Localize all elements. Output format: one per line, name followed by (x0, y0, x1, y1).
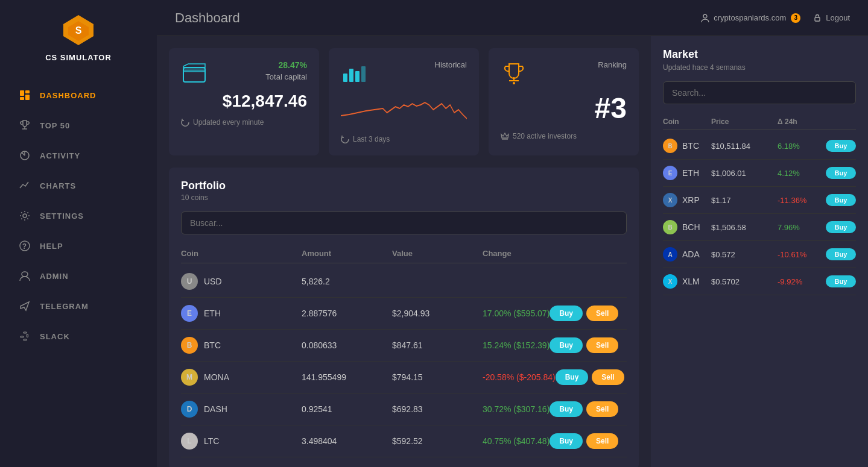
coin-change: 15.24% ($152.39) (483, 340, 550, 350)
market-coin-cell: A ADA (663, 247, 711, 262)
historical-header: Historical (341, 60, 467, 87)
historical-footer-text: Last 3 days (353, 135, 390, 143)
table-row: E ETH 2.887576 $2,904.93 17.00% ($595.07… (181, 298, 627, 330)
table-row: B BTC 0.080633 $847.61 15.24% ($152.39) … (181, 330, 627, 362)
charts-icon (18, 179, 31, 192)
market-price: $0.5702 (711, 277, 778, 286)
refresh-icon (181, 118, 189, 127)
sell-button[interactable]: Sell (586, 433, 618, 449)
market-coin-name: BCH (682, 222, 700, 232)
ranking-card: Ranking #3 520 active investors (489, 48, 639, 155)
col-change: Change (483, 249, 627, 258)
telegram-icon (18, 299, 31, 313)
main-content: Dashboard cryptospaniards.com 3 Logout (157, 0, 868, 467)
historical-card: Historical Last 3 days (329, 48, 479, 155)
market-row: B BTC $10,511.84 6.18% Buy (663, 133, 856, 160)
market-change: -9.92% (778, 277, 826, 286)
buy-button[interactable]: Buy (556, 369, 589, 385)
sidebar-item-help[interactable]: ? HELP (0, 231, 157, 261)
actions-cell: -20.58% ($-205.84) BuySell (483, 369, 627, 385)
sell-button[interactable]: Sell (586, 306, 618, 321)
lock-icon (813, 13, 822, 23)
sidebar-item-activity[interactable]: ACTIVITY (0, 140, 157, 171)
sidebar: S CS SIMULATOR DASHBOARD (0, 0, 157, 467)
ranking-footer: 520 active investors (501, 132, 627, 140)
slack-icon (18, 330, 31, 343)
sidebar-item-top50[interactable]: TOP 50 (0, 110, 157, 140)
market-col-action (826, 118, 856, 126)
trophy-card-icon (501, 60, 527, 87)
actions-cell: 15.24% ($152.39) BuySell (483, 337, 627, 353)
nav-items: DASHBOARD TOP 50 (0, 80, 157, 351)
market-buy-button[interactable]: Buy (826, 248, 856, 260)
market-row: X XLM $0.5702 -9.92% Buy (663, 268, 856, 295)
market-buy-button[interactable]: Buy (826, 167, 856, 179)
buy-button[interactable]: Buy (550, 337, 583, 353)
logout-button[interactable]: Logout (813, 13, 850, 23)
coin-cell: B BTC (181, 337, 302, 354)
coin-cell: M MONA (181, 369, 302, 386)
sidebar-label-admin: ADMIN (40, 272, 69, 281)
sell-button[interactable]: Sell (586, 337, 618, 353)
help-icon: ? (18, 239, 31, 252)
market-subtitle: Updated hace 4 semanas (663, 63, 856, 72)
market-buy-button[interactable]: Buy (826, 140, 856, 152)
market-coin-name: XRP (682, 195, 700, 205)
total-capital-value: $12,847.46 (181, 92, 307, 111)
buy-button[interactable]: Buy (550, 306, 583, 321)
market-change: -10.61% (778, 250, 826, 259)
market-coin-cell: B BCH (663, 220, 711, 234)
logo-icon: S (60, 12, 97, 48)
sidebar-label-top50: TOP 50 (40, 121, 70, 130)
admin-icon (18, 269, 31, 283)
coin-value: $592.52 (392, 436, 483, 446)
svg-rect-19 (24, 339, 27, 340)
market-col-change: Δ 24h (778, 118, 826, 126)
ranking-value: #3 (501, 92, 627, 125)
table-row: M MONA 141.955499 $794.15 -20.58% ($-205… (181, 362, 627, 393)
coin-amount: 5,826.2 (302, 277, 392, 286)
market-buy-button[interactable]: Buy (826, 275, 856, 287)
coin-dot: M (181, 369, 198, 386)
sidebar-label-charts: CHARTS (40, 181, 76, 190)
logo-container: S CS SIMULATOR (45, 12, 112, 62)
coin-amount: 0.080633 (302, 340, 392, 350)
svg-rect-28 (361, 66, 366, 82)
coin-value: $847.61 (392, 340, 483, 350)
sidebar-item-charts[interactable]: CHARTS (0, 171, 157, 201)
market-coin-dot: X (663, 193, 677, 207)
buy-button[interactable]: Buy (550, 433, 583, 449)
market-row: E ETH $1,006.01 4.12% Buy (663, 160, 856, 187)
actions-cell: 40.75% ($407.48) BuySell (483, 433, 627, 449)
market-search[interactable] (663, 81, 856, 104)
coin-name: DASH (204, 404, 227, 414)
market-buy-button[interactable]: Buy (826, 194, 856, 206)
buy-button[interactable]: Buy (550, 401, 583, 417)
market-buy-button[interactable]: Buy (826, 221, 856, 233)
coin-cell: D DASH (181, 401, 302, 418)
market-coin-name: XLM (682, 277, 700, 286)
coin-value: $2,904.93 (392, 309, 483, 318)
svg-rect-25 (343, 74, 347, 82)
svg-rect-5 (20, 97, 24, 100)
sell-button[interactable]: Sell (586, 401, 618, 417)
ranking-header: Ranking (501, 60, 627, 87)
sidebar-item-admin[interactable]: ADMIN (0, 261, 157, 291)
portfolio-header: Portfolio 10 coins (181, 180, 627, 202)
coin-name: USD (204, 277, 222, 286)
portfolio-search[interactable] (181, 212, 627, 234)
coin-dot: B (181, 337, 198, 354)
page-title: Dashboard (175, 10, 240, 26)
header: Dashboard cryptospaniards.com 3 Logout (157, 0, 868, 36)
sidebar-item-slack[interactable]: SLACK (0, 321, 157, 351)
sidebar-item-settings[interactable]: SETTINGS (0, 201, 157, 231)
refresh-icon-hist (341, 135, 349, 143)
market-coin-cell: X XRP (663, 193, 711, 207)
table-row: U USD 5,826.2 (181, 266, 627, 298)
sell-button[interactable]: Sell (592, 369, 624, 385)
sidebar-item-telegram[interactable]: TELEGRAM (0, 291, 157, 321)
top-cards: 28.47% Total capital $12,847.46 Updated … (169, 48, 639, 155)
coin-cell: U USD (181, 273, 302, 290)
market-coin-dot: B (663, 220, 677, 234)
sidebar-item-dashboard[interactable]: DASHBOARD (0, 80, 157, 110)
